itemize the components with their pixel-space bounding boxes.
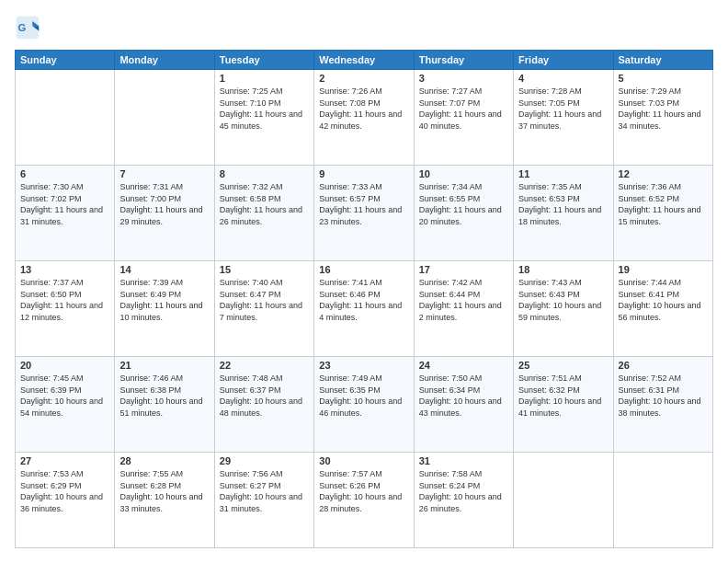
day-number: 26 xyxy=(619,360,708,371)
calendar-cell: 20Sunrise: 7:45 AM Sunset: 6:39 PM Dayli… xyxy=(16,357,115,453)
day-info: Sunrise: 7:55 AM Sunset: 6:28 PM Dayligh… xyxy=(119,468,209,514)
day-number: 31 xyxy=(419,455,508,466)
calendar-cell: 30Sunrise: 7:57 AM Sunset: 6:26 PM Dayli… xyxy=(314,453,414,548)
day-info: Sunrise: 7:34 AM Sunset: 6:55 PM Dayligh… xyxy=(419,181,508,227)
day-info: Sunrise: 7:43 AM Sunset: 6:43 PM Dayligh… xyxy=(518,277,608,323)
calendar-header-friday: Friday xyxy=(514,51,613,70)
calendar-cell xyxy=(514,453,613,548)
day-number: 21 xyxy=(119,360,209,371)
day-info: Sunrise: 7:49 AM Sunset: 6:35 PM Dayligh… xyxy=(319,373,408,419)
calendar-week-3: 13Sunrise: 7:37 AM Sunset: 6:50 PM Dayli… xyxy=(16,261,713,357)
day-number: 8 xyxy=(220,168,309,179)
day-number: 20 xyxy=(20,360,109,371)
svg-text:G: G xyxy=(18,22,27,33)
day-info: Sunrise: 7:45 AM Sunset: 6:39 PM Dayligh… xyxy=(20,373,109,419)
calendar-cell: 7Sunrise: 7:31 AM Sunset: 7:00 PM Daylig… xyxy=(115,166,214,261)
day-info: Sunrise: 7:46 AM Sunset: 6:38 PM Dayligh… xyxy=(119,373,209,419)
day-number: 18 xyxy=(518,264,608,275)
day-number: 13 xyxy=(20,264,109,275)
day-info: Sunrise: 7:32 AM Sunset: 6:58 PM Dayligh… xyxy=(220,181,309,227)
day-number: 4 xyxy=(518,73,608,84)
calendar-week-4: 20Sunrise: 7:45 AM Sunset: 6:39 PM Dayli… xyxy=(16,357,713,453)
day-info: Sunrise: 7:57 AM Sunset: 6:26 PM Dayligh… xyxy=(319,468,408,514)
day-info: Sunrise: 7:40 AM Sunset: 6:47 PM Dayligh… xyxy=(220,277,309,323)
calendar-cell: 22Sunrise: 7:48 AM Sunset: 6:37 PM Dayli… xyxy=(214,357,313,453)
day-info: Sunrise: 7:36 AM Sunset: 6:52 PM Dayligh… xyxy=(619,181,708,227)
day-info: Sunrise: 7:31 AM Sunset: 7:00 PM Dayligh… xyxy=(119,181,209,227)
logo-icon: G xyxy=(15,15,40,40)
day-number: 30 xyxy=(319,455,408,466)
day-number: 9 xyxy=(319,168,408,179)
day-number: 14 xyxy=(119,264,209,275)
calendar-cell: 6Sunrise: 7:30 AM Sunset: 7:02 PM Daylig… xyxy=(16,166,115,261)
calendar-cell: 12Sunrise: 7:36 AM Sunset: 6:52 PM Dayli… xyxy=(613,166,712,261)
day-number: 19 xyxy=(619,264,708,275)
day-info: Sunrise: 7:33 AM Sunset: 6:57 PM Dayligh… xyxy=(319,181,408,227)
calendar-cell: 8Sunrise: 7:32 AM Sunset: 6:58 PM Daylig… xyxy=(214,166,313,261)
day-info: Sunrise: 7:44 AM Sunset: 6:41 PM Dayligh… xyxy=(619,277,708,323)
day-number: 11 xyxy=(518,168,608,179)
day-number: 15 xyxy=(220,264,309,275)
day-info: Sunrise: 7:26 AM Sunset: 7:08 PM Dayligh… xyxy=(319,86,408,132)
calendar-header-thursday: Thursday xyxy=(414,51,513,70)
day-info: Sunrise: 7:53 AM Sunset: 6:29 PM Dayligh… xyxy=(20,468,109,514)
calendar-cell: 29Sunrise: 7:56 AM Sunset: 6:27 PM Dayli… xyxy=(214,453,313,548)
calendar-cell: 5Sunrise: 7:29 AM Sunset: 7:03 PM Daylig… xyxy=(613,70,712,166)
day-number: 28 xyxy=(119,455,209,466)
calendar-week-1: 1Sunrise: 7:25 AM Sunset: 7:10 PM Daylig… xyxy=(16,70,713,166)
day-number: 3 xyxy=(419,73,508,84)
header: G xyxy=(15,15,713,40)
day-info: Sunrise: 7:42 AM Sunset: 6:44 PM Dayligh… xyxy=(419,277,508,323)
day-number: 12 xyxy=(619,168,708,179)
calendar-cell: 24Sunrise: 7:50 AM Sunset: 6:34 PM Dayli… xyxy=(414,357,513,453)
day-number: 5 xyxy=(619,73,708,84)
day-info: Sunrise: 7:29 AM Sunset: 7:03 PM Dayligh… xyxy=(619,86,708,132)
calendar-cell: 26Sunrise: 7:52 AM Sunset: 6:31 PM Dayli… xyxy=(613,357,712,453)
day-info: Sunrise: 7:48 AM Sunset: 6:37 PM Dayligh… xyxy=(220,373,309,419)
day-number: 24 xyxy=(419,360,508,371)
calendar-cell xyxy=(115,70,214,166)
calendar-header-sunday: Sunday xyxy=(16,51,115,70)
calendar-cell: 23Sunrise: 7:49 AM Sunset: 6:35 PM Dayli… xyxy=(314,357,414,453)
day-number: 2 xyxy=(319,73,408,84)
calendar-week-2: 6Sunrise: 7:30 AM Sunset: 7:02 PM Daylig… xyxy=(16,166,713,261)
calendar-table: SundayMondayTuesdayWednesdayThursdayFrid… xyxy=(15,50,713,548)
calendar-cell xyxy=(16,70,115,166)
calendar-cell: 21Sunrise: 7:46 AM Sunset: 6:38 PM Dayli… xyxy=(115,357,214,453)
calendar-cell: 16Sunrise: 7:41 AM Sunset: 6:46 PM Dayli… xyxy=(314,261,414,357)
calendar-cell: 2Sunrise: 7:26 AM Sunset: 7:08 PM Daylig… xyxy=(314,70,414,166)
calendar-cell: 10Sunrise: 7:34 AM Sunset: 6:55 PM Dayli… xyxy=(414,166,513,261)
calendar-cell: 25Sunrise: 7:51 AM Sunset: 6:32 PM Dayli… xyxy=(514,357,613,453)
calendar-cell: 3Sunrise: 7:27 AM Sunset: 7:07 PM Daylig… xyxy=(414,70,513,166)
day-info: Sunrise: 7:58 AM Sunset: 6:24 PM Dayligh… xyxy=(419,468,508,514)
day-info: Sunrise: 7:52 AM Sunset: 6:31 PM Dayligh… xyxy=(619,373,708,419)
logo: G xyxy=(15,15,44,40)
day-info: Sunrise: 7:35 AM Sunset: 6:53 PM Dayligh… xyxy=(518,181,608,227)
calendar-header-tuesday: Tuesday xyxy=(214,51,313,70)
day-info: Sunrise: 7:39 AM Sunset: 6:49 PM Dayligh… xyxy=(119,277,209,323)
calendar-header-saturday: Saturday xyxy=(613,51,712,70)
calendar-header-monday: Monday xyxy=(115,51,214,70)
day-number: 17 xyxy=(419,264,508,275)
calendar-cell: 1Sunrise: 7:25 AM Sunset: 7:10 PM Daylig… xyxy=(214,70,313,166)
day-number: 16 xyxy=(319,264,408,275)
day-number: 22 xyxy=(220,360,309,371)
calendar-cell: 13Sunrise: 7:37 AM Sunset: 6:50 PM Dayli… xyxy=(16,261,115,357)
calendar-cell: 15Sunrise: 7:40 AM Sunset: 6:47 PM Dayli… xyxy=(214,261,313,357)
day-info: Sunrise: 7:56 AM Sunset: 6:27 PM Dayligh… xyxy=(220,468,309,514)
day-info: Sunrise: 7:25 AM Sunset: 7:10 PM Dayligh… xyxy=(220,86,309,132)
calendar-cell xyxy=(613,453,712,548)
day-info: Sunrise: 7:51 AM Sunset: 6:32 PM Dayligh… xyxy=(518,373,608,419)
calendar-cell: 28Sunrise: 7:55 AM Sunset: 6:28 PM Dayli… xyxy=(115,453,214,548)
calendar-week-5: 27Sunrise: 7:53 AM Sunset: 6:29 PM Dayli… xyxy=(16,453,713,548)
page: G SundayMondayTuesdayWednesdayThursdayFr… xyxy=(0,0,728,563)
day-number: 7 xyxy=(119,168,209,179)
day-info: Sunrise: 7:28 AM Sunset: 7:05 PM Dayligh… xyxy=(518,86,608,132)
calendar-cell: 11Sunrise: 7:35 AM Sunset: 6:53 PM Dayli… xyxy=(514,166,613,261)
day-number: 1 xyxy=(220,73,309,84)
calendar-cell: 19Sunrise: 7:44 AM Sunset: 6:41 PM Dayli… xyxy=(613,261,712,357)
calendar-cell: 31Sunrise: 7:58 AM Sunset: 6:24 PM Dayli… xyxy=(414,453,513,548)
day-number: 10 xyxy=(419,168,508,179)
day-info: Sunrise: 7:30 AM Sunset: 7:02 PM Dayligh… xyxy=(20,181,109,227)
day-number: 23 xyxy=(319,360,408,371)
